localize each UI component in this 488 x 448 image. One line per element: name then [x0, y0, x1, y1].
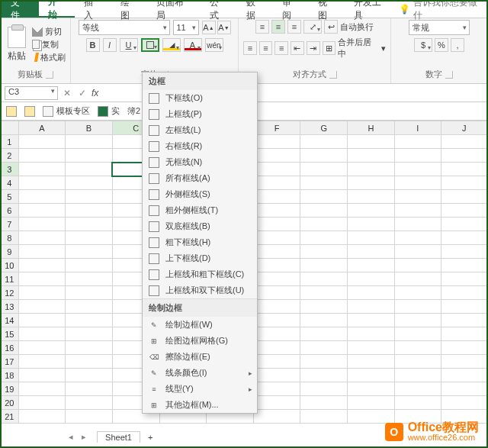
alignment-launcher[interactable] [329, 71, 337, 79]
tab-insert[interactable]: 插入 [75, 0, 111, 18]
cell[interactable] [441, 341, 487, 355]
fx-button[interactable]: fx [92, 88, 98, 98]
cell[interactable] [18, 286, 66, 300]
cell[interactable] [253, 190, 300, 204]
cell[interactable] [66, 327, 113, 341]
cell[interactable] [348, 369, 395, 382]
align-bottom-button[interactable]: ≡ [287, 20, 301, 34]
cell[interactable] [253, 231, 300, 245]
cell[interactable] [18, 382, 66, 396]
borders-button[interactable] [141, 38, 159, 52]
cell[interactable] [18, 218, 66, 231]
row-header[interactable]: 9 [1, 245, 19, 259]
cell[interactable] [18, 396, 66, 410]
row-header[interactable]: 11 [1, 272, 19, 286]
cell[interactable] [394, 286, 441, 300]
cell[interactable] [18, 135, 66, 149]
cell[interactable] [441, 259, 487, 272]
cell[interactable] [348, 314, 395, 327]
cell[interactable] [441, 369, 487, 382]
column-header[interactable]: H [348, 121, 395, 135]
menu-item-draw[interactable]: ✎绘制边框(W) [143, 317, 257, 333]
cell[interactable] [394, 369, 441, 382]
align-top-button[interactable]: ≡ [255, 20, 269, 34]
row-header[interactable]: 17 [1, 355, 19, 369]
cell[interactable] [394, 355, 441, 369]
cell[interactable] [441, 176, 487, 190]
fill-color-button[interactable]: ◢ [162, 38, 181, 52]
tab-developer[interactable]: 开发工具 [345, 0, 398, 18]
menu-item-style[interactable]: ≡线型(Y)▸ [143, 381, 257, 397]
cell[interactable] [253, 259, 300, 272]
cell[interactable] [300, 231, 348, 245]
column-header[interactable]: A [18, 121, 66, 135]
cell[interactable] [348, 176, 395, 190]
cell[interactable] [253, 204, 300, 218]
increase-indent-button[interactable]: ⇥ [307, 41, 320, 55]
font-color-button[interactable]: A [184, 38, 202, 52]
cell[interactable] [66, 410, 113, 424]
cell[interactable] [348, 245, 395, 259]
row-header[interactable]: 3 [1, 163, 19, 176]
cell[interactable] [441, 382, 487, 396]
row-header[interactable]: 19 [1, 382, 19, 396]
cell[interactable] [441, 272, 487, 286]
workbook-tab-active[interactable]: 实 [98, 105, 120, 117]
cell[interactable] [18, 300, 66, 314]
tab-formulas[interactable]: 公式 [201, 0, 236, 18]
cell[interactable] [348, 327, 395, 341]
tab-layout[interactable]: 页面布局 [147, 0, 201, 18]
cell[interactable] [66, 341, 113, 355]
cell[interactable] [66, 314, 113, 327]
cell[interactable] [300, 149, 348, 163]
decrease-font-button[interactable]: A▼ [217, 21, 231, 34]
menu-item-color[interactable]: ✎线条颜色(I)▸ [143, 365, 257, 381]
column-header[interactable]: B [66, 121, 113, 135]
orientation-button[interactable]: ⤢ [303, 20, 322, 34]
cell[interactable] [394, 300, 441, 314]
italic-button[interactable]: I [103, 38, 117, 52]
menu-item-all[interactable]: 所有框线(A) [143, 170, 257, 186]
cell[interactable] [253, 272, 300, 286]
cell[interactable] [394, 218, 441, 231]
cell[interactable] [300, 300, 348, 314]
wrap-text-button[interactable]: ↩自动换行 [324, 20, 374, 34]
row-header[interactable]: 12 [1, 286, 19, 300]
cell[interactable] [441, 355, 487, 369]
cell[interactable] [394, 204, 441, 218]
cell[interactable] [394, 135, 441, 149]
cell[interactable] [253, 327, 300, 341]
cell[interactable] [18, 341, 66, 355]
paste-button[interactable]: 粘贴 [5, 27, 29, 63]
cell[interactable] [348, 396, 395, 410]
cell[interactable] [394, 327, 441, 341]
tab-draw[interactable]: 绘图 [111, 0, 147, 18]
cell[interactable] [441, 300, 487, 314]
cell[interactable] [66, 259, 113, 272]
cell[interactable] [253, 149, 300, 163]
cell[interactable] [394, 163, 441, 176]
column-header[interactable]: G [300, 121, 348, 135]
cell[interactable] [348, 259, 395, 272]
decrease-indent-button[interactable]: ⇤ [291, 41, 304, 55]
underline-button[interactable]: U [120, 38, 138, 52]
cell[interactable] [18, 355, 66, 369]
cell[interactable] [66, 300, 113, 314]
tab-home[interactable]: 开始 [39, 0, 75, 18]
phonetic-button[interactable]: wén [205, 38, 223, 52]
number-launcher[interactable] [445, 71, 453, 79]
cell[interactable] [253, 341, 300, 355]
cell[interactable] [66, 286, 113, 300]
align-right-button[interactable]: ≡ [274, 41, 288, 55]
cell[interactable] [348, 163, 395, 176]
cell[interactable] [348, 382, 395, 396]
tell-me[interactable]: 💡 告诉我你想要做什 [399, 0, 488, 18]
cell[interactable] [394, 231, 441, 245]
cell[interactable] [441, 149, 487, 163]
menu-item-topbottom[interactable]: 上下框线(D) [143, 250, 257, 266]
cell[interactable] [18, 259, 66, 272]
cell[interactable] [66, 272, 113, 286]
cell[interactable] [66, 231, 113, 245]
menu-item-outside[interactable]: 外侧框线(S) [143, 186, 257, 202]
format-painter-button[interactable]: 格式刷 [32, 52, 66, 63]
